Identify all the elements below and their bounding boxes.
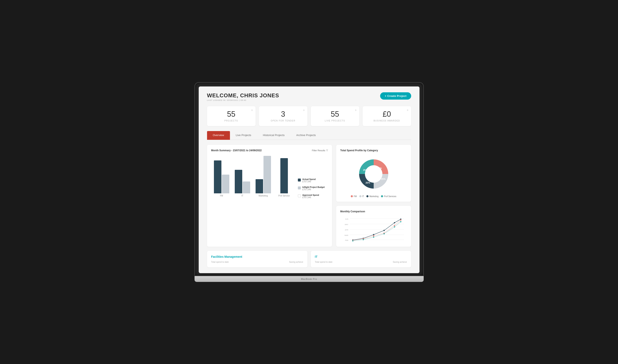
legend-title-1: Inflight Project Budget: [302, 186, 325, 188]
tabs-row: OverviewLive ProjectsHistorical Projects…: [207, 131, 411, 140]
bar-budget-fm: [222, 175, 229, 193]
facility-title-0: Facilities Management: [211, 255, 303, 258]
bottom-row: Facilities Management Total spend to dat…: [207, 251, 411, 267]
legend-dot-2: [298, 195, 301, 197]
facility-col2-0: Saving achieve: [289, 261, 303, 263]
facility-row-0: Total spend to date Saving achieve: [211, 261, 303, 263]
facility-col2-1: Saving achieve: [393, 261, 407, 263]
legend-text-1: Inflight Project Budget £707,546: [302, 186, 325, 191]
tab-historical-projects[interactable]: Historical Projects: [257, 131, 290, 140]
dot-3-2: [363, 239, 364, 240]
macbook-label: MacBook Pro: [301, 278, 317, 280]
dot-3-1: [352, 240, 353, 242]
facility-row-1: Total spend to date Saving achieve: [315, 261, 407, 263]
donut-label-prof: 25%: [363, 169, 367, 171]
macbook-screen: WELCOME, CHRIS JONES LAST LOGGED IN: 03/…: [194, 82, 424, 276]
donut-legend-item-3: Prof Services: [381, 195, 396, 197]
stat-card-plus-1[interactable]: +: [303, 108, 305, 112]
stat-number-0: 55: [210, 110, 252, 118]
legend-value-0: £707,546: [302, 181, 316, 183]
stat-card-2: + 55 LIVE PROJECTS: [311, 106, 359, 126]
bar-column-marketing: Marketing: [255, 156, 271, 197]
bar-label-prof service: Prof Service: [276, 195, 292, 197]
legend-value-1: £707,546: [302, 188, 325, 191]
y-label-feb: FEB: [345, 239, 348, 241]
donut-legend-item-2: Marketing: [366, 195, 378, 197]
bar-column-prof service: Prof Service: [276, 158, 292, 197]
donut-legend-dot-0: [351, 195, 353, 197]
screen-inner: WELCOME, CHRIS JONES LAST LOGGED IN: 03/…: [199, 87, 420, 273]
monthly-svg: JUN MAY APR MAR FEB: [340, 215, 407, 243]
tab-archive-projects[interactable]: Archive Projects: [290, 131, 322, 140]
dashboard: WELCOME, CHRIS JONES LAST LOGGED IN: 03/…: [199, 87, 420, 273]
donut-label-it: 25%: [381, 178, 385, 180]
stat-label-2: LIVE PROJECTS: [314, 120, 356, 122]
donut-legend-dot-3: [381, 195, 383, 197]
facility-card-0: Facilities Management Total spend to dat…: [207, 251, 308, 267]
donut-svg: 25% 25% 25% 25%: [355, 155, 392, 193]
monthly-card: Monthly Comparison JUN MAY APR MAR FEB: [336, 206, 411, 247]
donut-legend-label-1: IT: [362, 195, 364, 197]
chart-legend: Actual Spend £707,546 Inflight Project B…: [295, 178, 328, 202]
facility-col1-0: Total spend to date: [211, 261, 229, 263]
stat-card-plus-3[interactable]: +: [407, 108, 409, 112]
stat-number-3: £0: [366, 110, 408, 118]
tab-live-projects[interactable]: Live Projects: [230, 131, 257, 140]
dot-3-4: [384, 233, 385, 234]
bar-budget-it: [243, 182, 250, 193]
bar-actual-marketing: [256, 179, 263, 193]
stat-number-2: 55: [314, 110, 356, 118]
bar-group-bars-1: [235, 170, 250, 193]
dot-3-5: [394, 226, 395, 228]
welcome-section: WELCOME, CHRIS JONES LAST LOGGED IN: 03/…: [207, 92, 279, 101]
legend-item-0: Actual Spend £707,546: [298, 178, 328, 183]
bar-actual-prof service: [280, 158, 288, 193]
donut-legend-label-2: Marketing: [369, 195, 378, 197]
donut-svg-container: 25% 25% 25% 25%: [355, 155, 392, 193]
donut-legend-label-0: FM: [354, 195, 357, 197]
donut-title: Total Spend Profile by Category: [340, 149, 407, 152]
bar-chart-card: Month Summary - 23/07/2021 to 24/09/2022…: [207, 145, 332, 247]
donut-legend-item-0: FM: [351, 195, 357, 197]
stat-card-3: + £0 BUSINESS AWARDED: [363, 106, 411, 126]
filter-button[interactable]: Filter Results ▽: [312, 149, 328, 152]
facility-col1-1: Total spend to date: [315, 261, 333, 263]
monthly-chart-area: JUN MAY APR MAR FEB: [340, 215, 407, 243]
dot-1-5: [394, 222, 395, 223]
bar-label-fm: FM: [214, 195, 230, 197]
legend-title-2: Approved Spend: [302, 194, 319, 196]
dot-3-6: [400, 221, 401, 222]
legend-title-0: Actual Spend: [302, 178, 316, 181]
bar-chart-area: FMITMarketingProf Service: [211, 156, 295, 202]
legend-dot-0: [298, 179, 301, 182]
donut-legend: FM IT Marketing Prof Services: [351, 195, 396, 197]
bar-column-it: IT: [234, 170, 250, 197]
bar-group-bars-3: [280, 158, 288, 193]
header: WELCOME, CHRIS JONES LAST LOGGED IN: 03/…: [207, 92, 411, 101]
y-label-may: MAY: [345, 223, 348, 225]
stat-card-plus-2[interactable]: +: [355, 108, 357, 112]
stats-row: + 55 PROJECTS + 3 OPEN FOR TENDER + 55 L…: [207, 106, 411, 126]
donut-legend-label-3: Prof Services: [384, 195, 396, 197]
donut-label-fm: 25%: [377, 167, 382, 169]
stat-card-plus-0[interactable]: +: [251, 108, 253, 112]
dot-2-6: [400, 219, 401, 221]
bar-group-bars-2: [256, 156, 271, 193]
donut-wrapper: 25% 25% 25% 25% FM IT Marketing: [340, 155, 407, 197]
legend-text-0: Actual Spend £707,546: [302, 178, 316, 183]
filter-label: Filter Results: [312, 149, 325, 152]
legend-dot-1: [298, 186, 301, 189]
y-label-mar: MAR: [345, 234, 348, 236]
stat-card-0: + 55 PROJECTS: [207, 106, 256, 126]
tab-overview[interactable]: Overview: [207, 131, 230, 140]
y-label-apr: APR: [345, 229, 348, 231]
create-project-button[interactable]: + Create Project: [380, 92, 411, 100]
stat-number-1: 3: [262, 110, 304, 118]
bar-actual-it: [235, 170, 242, 193]
legend-item-2: Approved Spend £707,546: [298, 194, 328, 199]
y-label-jun: JUN: [345, 218, 348, 220]
stat-label-1: OPEN FOR TENDER: [262, 120, 304, 122]
bar-column-fm: FM: [214, 160, 230, 197]
macbook-wrapper: WELCOME, CHRIS JONES LAST LOGGED IN: 03/…: [194, 82, 424, 282]
dot-1-3: [373, 234, 374, 235]
